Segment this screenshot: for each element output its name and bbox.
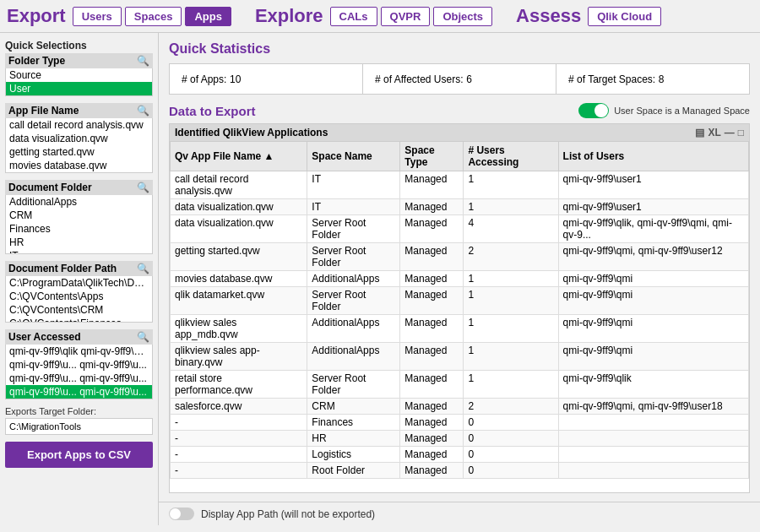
app-file-name-label: App File Name <box>8 105 79 117</box>
table-cell: - <box>171 431 307 447</box>
app-file-name-group: App File Name 🔍 call detail record analy… <box>5 103 153 173</box>
table-row: -Root FolderManaged0 <box>171 463 749 479</box>
folder-type-search-icon[interactable]: 🔍 <box>137 55 149 67</box>
sort-icon: ▲ <box>264 150 274 162</box>
num-users-stat: # of Affected Users: 6 <box>363 64 556 94</box>
table-row: retail store performance.qvwServer Root … <box>171 371 749 399</box>
app-file-name-search-icon[interactable]: 🔍 <box>137 105 149 117</box>
objects-button[interactable]: Objects <box>433 7 492 26</box>
table-cell: data visualization.qvw <box>171 199 307 215</box>
document-folder-path-label: Document Folder Path <box>8 263 117 274</box>
list-item[interactable]: C:\ProgramData\QlikTech\Docum... <box>6 276 152 290</box>
exports-target-label: Exports Target Folder: <box>5 406 153 416</box>
table-cell: 1 <box>464 199 558 215</box>
document-folder-group: Document Folder 🔍 AdditionalApps CRM Fin… <box>5 180 153 254</box>
document-folder-search-icon[interactable]: 🔍 <box>137 182 149 193</box>
folder-type-user[interactable]: User <box>6 82 152 95</box>
table-row: qlik datamarket.qvwServer Root FolderMan… <box>171 287 749 315</box>
table-cell: Server Root Folder <box>307 243 400 271</box>
table-row: movies database.qvwAdditionalAppsManaged… <box>171 271 749 287</box>
table-cell: qmi-qv-9ff9\qmi <box>558 287 748 315</box>
spaces-button[interactable]: Spaces <box>125 7 182 26</box>
list-item[interactable]: CRM <box>6 209 152 222</box>
list-item[interactable]: qmi-qv-9ff9\u... qmi-qv-9ff9\u... <box>6 372 152 385</box>
table-cell: Server Root Folder <box>307 371 400 399</box>
table-cell: 0 <box>464 463 558 479</box>
toggle-area: User Space is a Managed Space <box>578 103 750 118</box>
table-window-icon[interactable]: □ <box>738 127 744 138</box>
list-item[interactable]: qmi-qv-9ff9\u... qmi-qv-9ff9\u... <box>6 385 152 399</box>
user-accessed-header: User Accessed 🔍 <box>5 329 153 345</box>
col-users-accessing[interactable]: # Users Accessing <box>464 142 558 171</box>
table-cell: retail store performance.qvw <box>171 371 307 399</box>
list-item[interactable]: qmi-qv-9ff9\qlik qmi-qv-9ff9\qmi <box>6 345 152 358</box>
user-accessed-search-icon[interactable]: 🔍 <box>137 331 149 343</box>
col-list-users[interactable]: List of Users <box>558 142 748 171</box>
num-users-value: 6 <box>466 73 472 85</box>
list-item[interactable]: call detail record analysis.qvw <box>6 118 152 132</box>
num-spaces-value: 8 <box>659 73 665 85</box>
table-cell: IT <box>307 171 400 199</box>
table-cell: qmi-qv-9ff9\qmi <box>558 271 748 287</box>
exports-target-path-input[interactable] <box>5 418 153 435</box>
table-cell: Managed <box>400 287 464 315</box>
table-scroll[interactable]: Qv App File Name ▲ Space Name Space Type… <box>170 141 749 492</box>
table-cell: CRM <box>307 399 400 415</box>
col-space-name[interactable]: Space Name <box>307 142 400 171</box>
table-cell: qmi-qv-9ff9\user1 <box>558 171 748 199</box>
qlik-cloud-button[interactable]: Qlik Cloud <box>588 7 661 26</box>
table-row: qlikview sales app_mdb.qvwAdditionalApps… <box>171 315 749 343</box>
list-item[interactable]: C:\QVContents\CRM <box>6 303 152 317</box>
table-cell: AdditionalApps <box>307 271 400 287</box>
list-item[interactable]: IT <box>6 249 152 254</box>
list-item[interactable]: HR <box>6 236 152 249</box>
list-item[interactable]: qmi-qv-9ff9\u... qmi-qv-9ff9\u... <box>6 358 152 372</box>
list-item[interactable]: getting started.qvw <box>6 145 152 159</box>
cals-button[interactable]: CALs <box>330 7 377 26</box>
list-item[interactable]: movies database.qvw <box>6 159 152 172</box>
explore-nav-group: CALs QVPR Objects <box>330 7 492 26</box>
table-cell: Managed <box>400 399 464 415</box>
table-cell: 0 <box>464 415 558 431</box>
table-grid-icon[interactable]: ▤ <box>695 127 704 138</box>
display-app-path-toggle[interactable] <box>169 508 194 520</box>
users-button[interactable]: Users <box>73 7 122 26</box>
table-row: -HRManaged0 <box>171 431 749 447</box>
table-cell: qmi-qv-9ff9\qmi, qmi-qv-9ff9\user18 <box>558 399 748 415</box>
list-item[interactable]: AdditionalApps <box>6 195 152 209</box>
table-cell: qmi-qv-9ff9\qmi <box>558 343 748 371</box>
table-inner-header: Identified QlikView Applications ▤ XL — … <box>170 124 749 141</box>
list-item[interactable]: data visualization.qvw <box>6 132 152 145</box>
folder-type-source[interactable]: Source <box>6 68 152 82</box>
table-cell: 0 <box>464 431 558 447</box>
col-qv-app[interactable]: Qv App File Name ▲ <box>171 142 307 171</box>
left-panel: Quick Selections Folder Type 🔍 Source Us… <box>0 33 159 525</box>
document-folder-list: AdditionalApps CRM Finances HR IT <box>5 195 153 254</box>
managed-space-toggle[interactable] <box>578 103 609 118</box>
table-cell: call detail record analysis.qvw <box>171 171 307 199</box>
list-item[interactable]: Finances <box>6 222 152 236</box>
table-xl-icon[interactable]: XL <box>708 127 720 138</box>
table-cell: qlik datamarket.qvw <box>171 287 307 315</box>
qvpr-button[interactable]: QVPR <box>381 7 431 26</box>
export-apps-button[interactable]: Export Apps to CSV <box>5 442 153 468</box>
list-item[interactable]: C:\QVContents\Apps <box>6 290 152 303</box>
table-cell: 0 <box>464 447 558 463</box>
document-folder-path-header: Document Folder Path 🔍 <box>5 261 153 276</box>
table-cell: Managed <box>400 199 464 215</box>
document-folder-path-group: Document Folder Path 🔍 C:\ProgramData\Ql… <box>5 261 153 323</box>
quick-selections-title: Quick Selections <box>5 40 153 52</box>
toggle-sm-knob <box>170 508 181 519</box>
table-cell: Logistics <box>307 447 400 463</box>
apps-button[interactable]: Apps <box>185 7 231 26</box>
list-item[interactable]: C:\QVContents\Finances <box>6 317 152 323</box>
table-header-row: Qv App File Name ▲ Space Name Space Type… <box>171 142 749 171</box>
col-space-type[interactable]: Space Type <box>400 142 464 171</box>
document-folder-path-search-icon[interactable]: 🔍 <box>137 263 149 274</box>
right-panel: Quick Statistics # of Apps: 10 # of Affe… <box>159 33 760 502</box>
table-wrapper: Identified QlikView Applications ▤ XL — … <box>169 123 750 493</box>
table-cell: qmi-qv-9ff9\qmi <box>558 315 748 343</box>
table-minimize-icon[interactable]: — <box>725 127 735 138</box>
table-cell: Managed <box>400 243 464 271</box>
user-accessed-list: qmi-qv-9ff9\qlik qmi-qv-9ff9\qmi qmi-qv-… <box>5 345 153 399</box>
